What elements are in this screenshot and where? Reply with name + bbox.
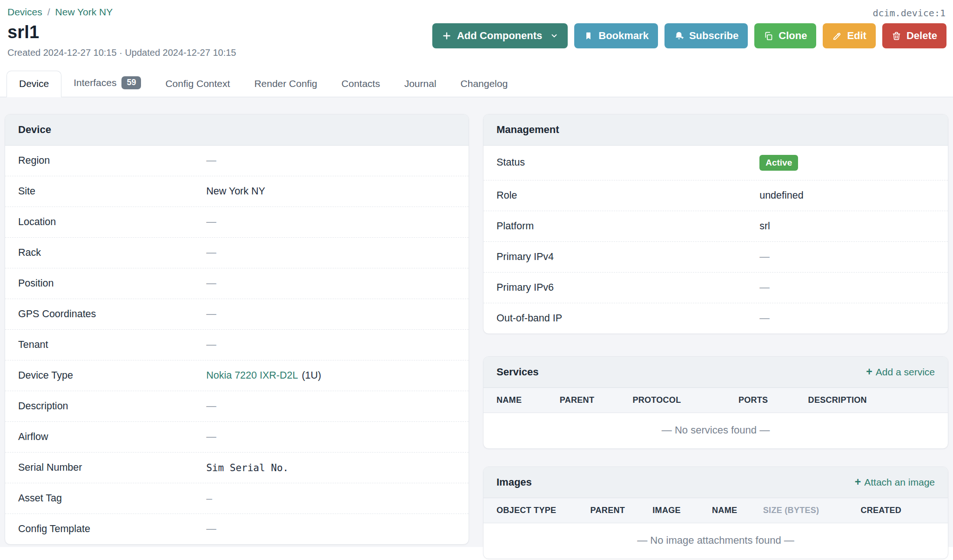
- breadcrumb-link-site[interactable]: New York NY: [55, 7, 113, 18]
- row-device-type-label: Device Type: [18, 370, 206, 381]
- services-empty-row: — No services found —: [483, 413, 948, 448]
- status-badge: Active: [759, 155, 798, 171]
- tab-journal-label: Journal: [404, 78, 436, 89]
- row-role-label: Role: [497, 190, 759, 201]
- services-empty-message: — No services found —: [483, 413, 948, 448]
- column-header-parent: PARENT: [549, 388, 622, 413]
- tab-contacts-label: Contacts: [342, 78, 380, 89]
- plus-icon: +: [866, 367, 872, 377]
- row-rack-value: —: [206, 247, 216, 259]
- row-description-label: Description: [18, 400, 206, 412]
- bookmark-button[interactable]: Bookmark: [574, 23, 658, 48]
- row-asset-tag: Asset Tag –: [5, 483, 469, 514]
- plus-icon: [442, 31, 452, 41]
- row-location: Location —: [5, 207, 469, 238]
- row-primary-ipv6: Primary IPv6 —: [483, 273, 948, 303]
- top-bar: Devices / New York NY dcim.device:1: [0, 0, 953, 19]
- tab-config-context[interactable]: Config Context: [153, 71, 242, 97]
- column-header-ports: PORTS: [727, 388, 797, 413]
- subscribe-button[interactable]: Subscribe: [664, 23, 748, 48]
- column-header-name: NAME: [701, 498, 752, 523]
- tab-device[interactable]: Device: [7, 71, 61, 97]
- row-airflow-label: Airflow: [18, 431, 206, 443]
- images-card: Images + Attach an image OBJECT TYPE PAR…: [483, 467, 948, 559]
- row-ipv4-label: Primary IPv4: [497, 251, 759, 263]
- tab-interfaces[interactable]: Interfaces 59: [61, 69, 153, 97]
- bookmark-label: Bookmark: [598, 30, 649, 42]
- tab-render-config[interactable]: Render Config: [242, 71, 329, 97]
- column-header-created: CREATED: [849, 498, 948, 523]
- device-card-title: Device: [18, 124, 51, 136]
- delete-button[interactable]: Delete: [882, 23, 946, 48]
- services-table-header-row: NAME PARENT PROTOCOL PORTS DESCRIPTION: [483, 388, 948, 413]
- row-gps-coordinates: GPS Coordinates —: [5, 299, 469, 330]
- images-empty-message: — No image attachments found —: [483, 523, 948, 559]
- row-config-template-value: —: [206, 523, 216, 535]
- row-tenant: Tenant —: [5, 330, 469, 360]
- clone-button[interactable]: Clone: [754, 23, 816, 48]
- row-site: Site New York NY: [5, 176, 469, 207]
- row-position: Position —: [5, 268, 469, 299]
- add-components-button[interactable]: Add Components: [432, 23, 568, 48]
- action-buttons: Add Components Bookmark Subscribe Clone: [432, 23, 946, 48]
- attach-image-label: Attach an image: [864, 477, 935, 488]
- column-header-name: NAME: [483, 388, 549, 413]
- row-rack: Rack —: [5, 238, 469, 268]
- tab-render-config-label: Render Config: [254, 78, 317, 89]
- row-location-value: —: [206, 216, 216, 228]
- role-link[interactable]: undefined: [759, 190, 803, 201]
- device-card: Device Region — Site New York NY Locatio…: [5, 114, 469, 545]
- row-tenant-value: —: [206, 339, 216, 351]
- row-status-label: Status: [497, 157, 759, 168]
- row-description: Description —: [5, 391, 469, 422]
- management-card-title: Management: [497, 124, 559, 136]
- row-gps-value: —: [206, 308, 216, 320]
- row-ipv6-label: Primary IPv6: [497, 282, 759, 293]
- row-status: Status Active: [483, 146, 948, 180]
- row-asset-tag-label: Asset Tag: [18, 493, 206, 504]
- row-ipv6-value: —: [759, 282, 770, 293]
- tab-device-label: Device: [19, 78, 49, 89]
- breadcrumb-link-devices[interactable]: Devices: [7, 7, 42, 18]
- row-tenant-label: Tenant: [18, 339, 206, 351]
- row-serial-label: Serial Number: [18, 462, 206, 473]
- delete-label: Delete: [906, 30, 937, 42]
- column-header-image: IMAGE: [641, 498, 701, 523]
- row-airflow: Airflow —: [5, 422, 469, 453]
- management-card-header: Management: [483, 114, 948, 146]
- tab-changelog[interactable]: Changelog: [449, 71, 520, 97]
- column-header-parent: PARENT: [579, 498, 642, 523]
- row-serial-number: Serial Number Sim Serial No.: [5, 453, 469, 483]
- management-card: Management Status Active Role undefined …: [483, 114, 948, 334]
- row-primary-ipv4: Primary IPv4 —: [483, 242, 948, 273]
- edit-label: Edit: [847, 30, 866, 42]
- add-service-link[interactable]: + Add a service: [866, 367, 935, 378]
- breadcrumb: Devices / New York NY: [7, 7, 113, 18]
- row-region-value: —: [206, 155, 216, 167]
- row-oob-value: —: [759, 313, 770, 324]
- tab-config-context-label: Config Context: [165, 78, 230, 89]
- edit-button[interactable]: Edit: [823, 23, 876, 48]
- page-header: srl1 Created 2024-12-27 10:15 · Updated …: [0, 19, 953, 58]
- row-platform: Platform srl: [483, 211, 948, 242]
- row-serial-value: Sim Serial No.: [206, 462, 289, 473]
- add-service-label: Add a service: [876, 367, 935, 378]
- bookmark-icon: [584, 31, 593, 41]
- interfaces-count-badge: 59: [121, 76, 141, 89]
- tab-contacts[interactable]: Contacts: [329, 71, 392, 97]
- row-platform-label: Platform: [497, 220, 759, 232]
- column-header-size-bytes: SIZE (BYTES): [752, 498, 850, 523]
- services-card-header: Services + Add a service: [483, 357, 948, 388]
- tab-journal[interactable]: Journal: [392, 71, 449, 97]
- trash-icon: [892, 31, 901, 41]
- row-asset-tag-value: –: [206, 493, 212, 504]
- column-header-description: DESCRIPTION: [797, 388, 948, 413]
- site-link[interactable]: New York NY: [206, 186, 265, 197]
- page-title: srl1: [7, 22, 236, 42]
- device-type-link[interactable]: Nokia 7220 IXR-D2L: [206, 370, 298, 381]
- row-oob-label: Out-of-band IP: [497, 313, 759, 324]
- platform-link[interactable]: srl: [759, 220, 770, 232]
- row-region: Region —: [5, 146, 469, 176]
- attach-image-link[interactable]: + Attach an image: [855, 477, 935, 488]
- row-airflow-value: —: [206, 431, 216, 443]
